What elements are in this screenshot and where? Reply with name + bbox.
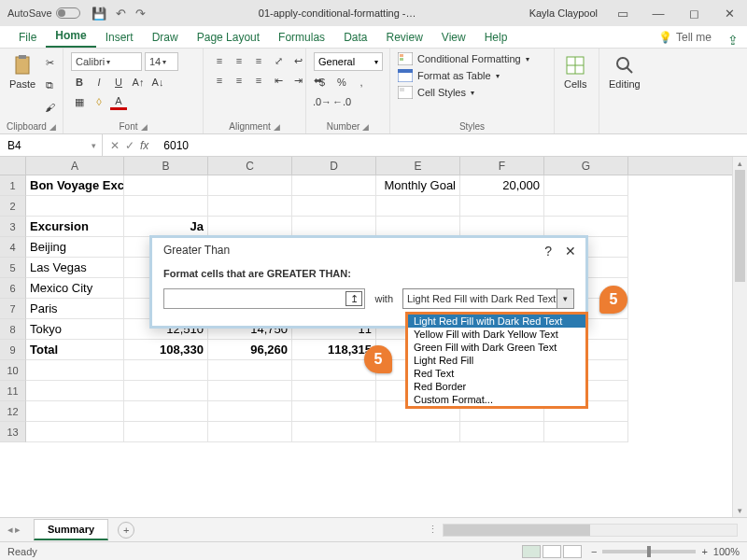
bold-icon[interactable]: B (71, 74, 88, 91)
dropdown-option[interactable]: Red Border (408, 380, 585, 393)
dialog-help-icon[interactable]: ? (544, 244, 552, 259)
tab-file[interactable]: File (9, 27, 46, 48)
cell[interactable]: Ja (124, 217, 208, 237)
font-name-select[interactable]: Calibri▾ (71, 52, 142, 71)
align-left-icon[interactable]: ≡ (211, 72, 228, 89)
minimize-icon[interactable]: — (641, 0, 676, 26)
align-top-icon[interactable]: ≡ (211, 52, 228, 69)
conditional-formatting-button[interactable]: Conditional Formatting▾ (398, 52, 529, 65)
cell[interactable] (292, 381, 376, 401)
align-right-icon[interactable]: ≡ (250, 72, 267, 89)
dropdown-option[interactable]: Red Text (408, 367, 585, 380)
fx-icon[interactable]: fx (140, 139, 148, 152)
cell[interactable] (208, 196, 292, 217)
tab-formulas[interactable]: Formulas (269, 27, 334, 48)
cell[interactable]: Paris (26, 299, 124, 319)
format-painter-icon[interactable]: 🖌 (41, 99, 58, 116)
grow-font-icon[interactable]: A↑ (130, 74, 147, 91)
format-as-table-button[interactable]: Format as Table▾ (398, 69, 529, 82)
cell[interactable] (544, 196, 628, 217)
cell[interactable] (26, 401, 124, 422)
maximize-icon[interactable]: ◻ (676, 0, 712, 26)
font-color-icon[interactable]: A (110, 93, 127, 110)
dropdown-option[interactable]: Yellow Fill with Dark Yellow Text (408, 328, 585, 341)
tab-help[interactable]: Help (475, 27, 517, 48)
dropdown-option[interactable]: Light Red Fill (408, 354, 585, 367)
cell[interactable] (124, 422, 208, 442)
cell[interactable]: Las Vegas (26, 258, 124, 278)
cell[interactable] (292, 360, 376, 381)
dropdown-option[interactable]: Green Fill with Dark Green Text (408, 341, 585, 354)
cell[interactable] (208, 401, 292, 422)
page-layout-view-icon[interactable] (543, 545, 561, 558)
scroll-up-icon[interactable]: ▴ (733, 157, 747, 170)
row-header[interactable]: 13 (0, 422, 26, 442)
cell[interactable] (124, 381, 208, 401)
share-icon[interactable]: ⇪ (719, 33, 747, 48)
cell[interactable] (376, 422, 460, 442)
cut-icon[interactable]: ✂ (41, 54, 58, 71)
row-header[interactable]: 2 (0, 196, 26, 217)
wrap-text-icon[interactable]: ↩ (289, 52, 306, 69)
dialog-launcher-icon[interactable]: ◢ (49, 122, 56, 132)
cell[interactable] (26, 422, 124, 442)
align-middle-icon[interactable]: ≡ (231, 52, 247, 69)
cell[interactable] (292, 401, 376, 422)
cell[interactable] (124, 360, 208, 381)
cancel-formula-icon[interactable]: ✕ (110, 139, 120, 152)
undo-icon[interactable]: ↶ (116, 7, 126, 21)
dropdown-option[interactable]: Custom Format... (408, 393, 585, 406)
row-header[interactable]: 9 (0, 340, 26, 360)
cell-styles-button[interactable]: Cell Styles▾ (398, 86, 529, 99)
editing-button[interactable]: Editing (607, 52, 642, 91)
cell[interactable]: Bon Voyage Excursions (26, 175, 124, 196)
cell[interactable]: Total (26, 340, 124, 360)
cell[interactable] (544, 422, 628, 442)
col-header[interactable]: E (376, 157, 460, 175)
zoom-slider[interactable] (602, 550, 696, 553)
scrollbar-thumb[interactable] (735, 170, 745, 282)
cell[interactable] (208, 175, 292, 196)
row-header[interactable]: 10 (0, 360, 26, 381)
horizontal-scrollbar[interactable] (443, 524, 738, 537)
dialog-close-icon[interactable]: ✕ (565, 244, 576, 259)
cell[interactable] (292, 422, 376, 442)
col-header[interactable]: C (208, 157, 292, 175)
toggle-off-icon[interactable] (56, 7, 80, 19)
decrease-decimal-icon[interactable]: ←.0 (333, 93, 350, 110)
user-name[interactable]: Kayla Claypool (529, 7, 598, 19)
col-header[interactable]: B (124, 157, 208, 175)
formula-input[interactable]: 6010 (156, 139, 189, 152)
tab-page-layout[interactable]: Page Layout (188, 27, 269, 48)
cell[interactable]: Tokyo (26, 319, 124, 340)
normal-view-icon[interactable] (522, 545, 541, 558)
orientation-icon[interactable]: ⤢ (270, 52, 287, 69)
page-break-view-icon[interactable] (563, 545, 582, 558)
add-sheet-icon[interactable]: + (118, 522, 134, 539)
paste-button[interactable]: Paste (7, 52, 37, 91)
col-header[interactable]: F (460, 157, 544, 175)
chevron-down-icon[interactable]: ▾ (557, 289, 573, 308)
enter-formula-icon[interactable]: ✓ (125, 139, 134, 152)
cell[interactable]: Mexico City (26, 278, 124, 299)
range-picker-icon[interactable]: ↥ (345, 291, 362, 306)
tab-insert[interactable]: Insert (96, 27, 143, 48)
zoom-in-icon[interactable]: + (701, 546, 707, 557)
dialog-launcher-icon[interactable]: ◢ (141, 122, 148, 132)
borders-icon[interactable]: ▦ (71, 93, 88, 110)
col-header[interactable]: A (26, 157, 124, 175)
row-header[interactable]: 4 (0, 237, 26, 258)
cell[interactable] (208, 217, 292, 237)
align-center-icon[interactable]: ≡ (231, 72, 247, 89)
underline-icon[interactable]: U (110, 74, 127, 91)
format-combo[interactable]: Light Red Fill with Dark Red Text ▾ (402, 288, 574, 309)
cell[interactable] (124, 196, 208, 217)
row-header[interactable]: 1 (0, 175, 26, 196)
cell[interactable]: Excursion (26, 217, 124, 237)
cell[interactable] (376, 196, 460, 217)
currency-icon[interactable]: $ (314, 74, 331, 91)
save-icon[interactable]: 💾 (92, 7, 106, 21)
dialog-launcher-icon[interactable]: ◢ (274, 122, 280, 132)
decrease-indent-icon[interactable]: ⇤ (270, 72, 287, 89)
italic-icon[interactable]: I (91, 74, 107, 91)
